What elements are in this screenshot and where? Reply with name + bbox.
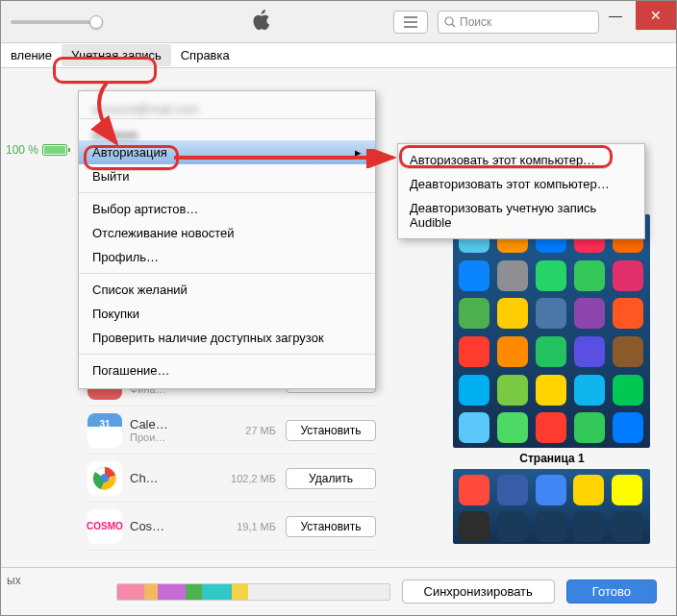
phone-app-icon[interactable] <box>613 336 643 367</box>
phone-app-icon[interactable] <box>613 260 643 291</box>
submenu-item-deauthorize[interactable]: Деавторизовать этот компьютер… <box>398 172 644 196</box>
app-action-button[interactable]: Удалить <box>286 468 376 489</box>
phone-app-icon[interactable] <box>613 412 643 443</box>
app-name: Cos… <box>130 519 228 533</box>
phone-app-icon[interactable] <box>459 260 489 291</box>
app-info: Cale…Прои… <box>130 417 228 443</box>
dropdown-item-label: Авторизация <box>92 145 167 160</box>
search-input[interactable]: Поиск <box>438 11 599 34</box>
storage-usage-bar <box>116 583 390 601</box>
search-icon <box>444 16 456 28</box>
phone-app-icon[interactable] <box>573 475 604 505</box>
dropdown-item-wishlist[interactable]: Список желаний <box>79 278 375 302</box>
storage-segment <box>186 584 202 600</box>
titlebar: Поиск — ✕ <box>1 1 676 43</box>
app-name: Cale… <box>130 417 228 431</box>
phone-app-icon[interactable] <box>613 298 643 329</box>
phone-screen-2[interactable] <box>453 469 650 544</box>
app-icon <box>88 461 122 496</box>
phone-app-icon[interactable] <box>573 511 604 542</box>
dropdown-item-purchases[interactable]: Покупки <box>79 302 375 326</box>
phone-app-icon[interactable] <box>574 298 605 329</box>
phone-app-icon[interactable] <box>612 511 642 542</box>
app-action-button[interactable]: Установить <box>286 420 376 441</box>
svg-line-1 <box>452 24 455 27</box>
phone-app-icon[interactable] <box>497 475 528 505</box>
app-info: Cos… <box>130 519 228 533</box>
truncated-sidebar-text: ых <box>7 574 21 587</box>
phone-app-icon[interactable] <box>459 375 489 406</box>
dropdown-item-news[interactable]: Отслеживание новостей <box>79 221 375 245</box>
phone-app-icon[interactable] <box>459 511 489 542</box>
authorize-submenu: Авторизовать этот компьютер… Деавторизов… <box>397 143 645 239</box>
phone-app-icon[interactable] <box>612 475 642 505</box>
submenu-item-authorize[interactable]: Авторизовать этот компьютер… <box>398 148 644 172</box>
phone-app-icon[interactable] <box>497 260 528 291</box>
app-row[interactable]: Ch…102,2 МБУдалить <box>88 455 376 503</box>
sync-button[interactable]: Синхронизировать <box>402 579 555 604</box>
app-row[interactable]: COSMOCos…19,1 МБУстановить <box>88 503 376 551</box>
phone-app-icon[interactable] <box>459 475 489 505</box>
phone-app-icon[interactable] <box>536 375 566 406</box>
phone-app-icon[interactable] <box>574 375 605 406</box>
phone-app-icon[interactable] <box>536 475 566 505</box>
storage-segment <box>144 584 158 600</box>
storage-segment <box>158 584 185 600</box>
app-action-button[interactable]: Установить <box>286 516 376 537</box>
dropdown-item-redeem[interactable]: Погашение… <box>79 358 375 382</box>
storage-segment <box>248 584 389 600</box>
close-button[interactable]: ✕ <box>636 1 676 30</box>
submenu-item-deauth-audible[interactable]: Деавторизовать учетную запись Audible <box>398 196 644 234</box>
storage-segment <box>202 584 232 600</box>
app-size: 19,1 МБ <box>228 521 276 532</box>
battery-percent: 100 % <box>6 143 38 157</box>
dropdown-item-signout[interactable]: Выйти <box>79 164 375 188</box>
menu-item-help[interactable]: Справка <box>171 44 239 66</box>
phone-app-icon[interactable] <box>459 336 489 367</box>
phone-app-icon[interactable] <box>574 412 605 443</box>
phone-app-icon[interactable] <box>574 336 605 367</box>
app-info: Ch… <box>130 471 228 485</box>
volume-slider[interactable] <box>11 20 97 24</box>
menu-item-view[interactable]: вление <box>1 44 62 66</box>
chevron-right-icon: ▸ <box>355 145 362 160</box>
itunes-window: Поиск — ✕ вление Учетная запись Справка … <box>0 0 677 616</box>
menu-item-account[interactable]: Учетная запись <box>62 44 171 66</box>
phone-app-icon[interactable] <box>497 298 528 329</box>
phone-app-icon[interactable] <box>497 336 528 367</box>
app-size: 27 МБ <box>228 425 276 436</box>
dropdown-item-profile[interactable]: Профиль… <box>79 245 375 269</box>
phone-app-icon[interactable] <box>497 412 528 443</box>
bottom-bar: Синхронизировать Готово <box>1 567 676 615</box>
dropdown-item-downloads[interactable]: Проверить наличие доступных загрузок <box>79 326 375 350</box>
app-name: Ch… <box>130 471 228 485</box>
menubar: вление Учетная запись Справка <box>1 43 676 68</box>
search-placeholder: Поиск <box>460 15 491 29</box>
apple-logo-icon <box>251 9 270 36</box>
phone-app-icon[interactable] <box>536 260 566 291</box>
phone-page-label: Страница 1 <box>453 448 651 469</box>
phone-app-icon[interactable] <box>459 412 489 443</box>
app-size: 102,2 МБ <box>228 473 276 484</box>
phone-preview: Страница 1 <box>453 214 651 544</box>
phone-app-icon[interactable] <box>536 511 566 542</box>
account-name: ■■■■■■ <box>79 123 375 140</box>
phone-app-icon[interactable] <box>613 375 643 406</box>
volume-thumb[interactable] <box>89 15 103 29</box>
dropdown-item-authorize[interactable]: Авторизация ▸ <box>79 140 375 164</box>
phone-app-icon[interactable] <box>536 412 566 443</box>
phone-app-icon[interactable] <box>574 260 605 291</box>
done-button[interactable]: Готово <box>566 579 657 604</box>
list-view-button[interactable] <box>393 11 428 34</box>
minimize-button[interactable]: — <box>595 1 636 30</box>
window-controls: — ✕ <box>595 1 676 30</box>
phone-home-screen[interactable] <box>453 214 650 448</box>
dropdown-item-artists[interactable]: Выбор артистов… <box>79 197 375 221</box>
phone-app-icon[interactable] <box>497 375 528 406</box>
phone-app-icon[interactable] <box>536 336 566 367</box>
account-dropdown: account@mail.com ■■■■■■ Авторизация ▸ Вы… <box>78 90 376 389</box>
phone-app-icon[interactable] <box>459 298 489 329</box>
phone-app-icon[interactable] <box>497 511 528 542</box>
phone-app-icon[interactable] <box>536 298 566 329</box>
app-row[interactable]: 31Cale…Прои…27 МБУстановить <box>88 407 376 455</box>
